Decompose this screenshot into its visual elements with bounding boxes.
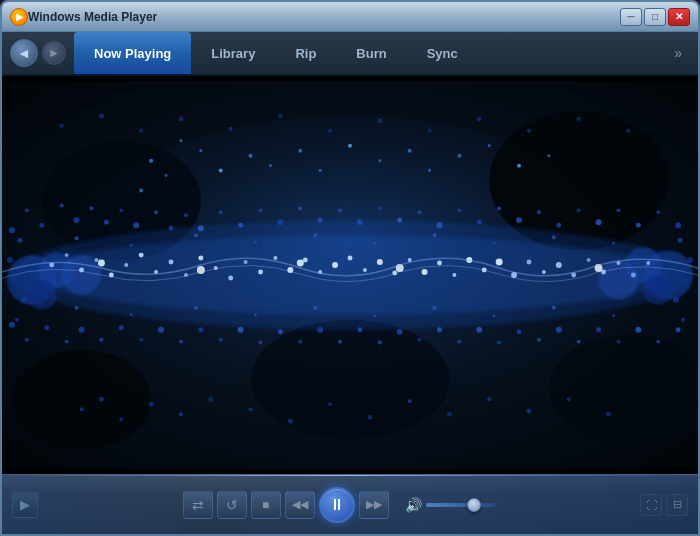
svg-point-109 bbox=[616, 208, 620, 212]
tab-now-playing[interactable]: Now Playing bbox=[74, 32, 191, 74]
svg-point-41 bbox=[139, 253, 144, 258]
svg-point-48 bbox=[244, 260, 248, 264]
svg-point-159 bbox=[99, 397, 104, 402]
svg-point-18 bbox=[165, 174, 168, 177]
svg-point-67 bbox=[526, 260, 531, 265]
back-button[interactable]: ◄ bbox=[10, 39, 38, 67]
svg-point-211 bbox=[552, 306, 556, 310]
minimize-button[interactable]: ─ bbox=[620, 8, 642, 26]
pause-button[interactable]: ⏸ bbox=[319, 487, 355, 523]
svg-point-83 bbox=[119, 208, 123, 212]
svg-point-176 bbox=[139, 129, 143, 133]
svg-point-160 bbox=[119, 417, 123, 421]
shuffle-button[interactable]: ⇄ bbox=[183, 491, 213, 519]
svg-point-40 bbox=[124, 263, 128, 267]
svg-point-212 bbox=[612, 314, 615, 317]
close-button[interactable]: ✕ bbox=[668, 8, 690, 26]
fullscreen-button[interactable]: ⛶ bbox=[640, 494, 662, 516]
svg-point-80 bbox=[74, 217, 80, 223]
svg-point-30 bbox=[428, 169, 431, 172]
svg-point-47 bbox=[228, 275, 233, 280]
volume-controls: 🔊 bbox=[405, 497, 496, 513]
svg-point-209 bbox=[433, 306, 437, 310]
svg-point-204 bbox=[130, 313, 133, 316]
svg-point-28 bbox=[378, 159, 381, 162]
play-all-button[interactable]: ▶ bbox=[12, 492, 38, 518]
svg-point-128 bbox=[298, 340, 302, 344]
svg-point-96 bbox=[357, 219, 363, 225]
svg-point-133 bbox=[397, 329, 403, 335]
svg-point-37 bbox=[79, 268, 84, 273]
tab-rip[interactable]: Rip bbox=[275, 32, 336, 74]
svg-point-68 bbox=[542, 270, 546, 274]
svg-point-49 bbox=[258, 270, 263, 275]
svg-point-184 bbox=[527, 129, 531, 133]
svg-point-20 bbox=[199, 149, 202, 152]
svg-point-180 bbox=[328, 129, 332, 133]
svg-point-132 bbox=[378, 341, 382, 345]
svg-point-152 bbox=[15, 318, 19, 322]
svg-point-85 bbox=[154, 210, 158, 214]
svg-point-60 bbox=[422, 269, 428, 275]
svg-point-77 bbox=[25, 208, 29, 212]
svg-point-129 bbox=[317, 327, 323, 333]
svg-point-92 bbox=[277, 219, 283, 225]
svg-point-103 bbox=[497, 206, 501, 210]
maximize-button[interactable]: □ bbox=[644, 8, 666, 26]
svg-point-31 bbox=[457, 154, 461, 158]
visualization-canvas bbox=[2, 76, 698, 474]
svg-point-199 bbox=[433, 233, 437, 237]
svg-point-146 bbox=[656, 340, 660, 344]
svg-point-166 bbox=[328, 402, 332, 406]
svg-point-201 bbox=[552, 235, 556, 239]
svg-point-27 bbox=[348, 144, 352, 148]
volume-slider[interactable] bbox=[426, 503, 496, 507]
app-logo: ▶ bbox=[10, 8, 28, 26]
svg-point-54 bbox=[332, 262, 338, 268]
svg-point-110 bbox=[636, 223, 641, 228]
svg-point-97 bbox=[378, 206, 382, 210]
mini-mode-button[interactable]: ⊟ bbox=[666, 494, 688, 516]
svg-point-186 bbox=[626, 129, 630, 133]
svg-point-81 bbox=[89, 206, 93, 210]
svg-point-136 bbox=[457, 340, 461, 344]
svg-point-119 bbox=[119, 325, 124, 330]
next-button[interactable]: ▶▶ bbox=[359, 491, 389, 519]
svg-point-130 bbox=[338, 340, 342, 344]
svg-point-145 bbox=[635, 327, 641, 333]
svg-point-95 bbox=[338, 208, 342, 212]
svg-point-99 bbox=[418, 210, 422, 214]
svg-point-175 bbox=[99, 113, 104, 118]
svg-point-154 bbox=[678, 238, 683, 243]
svg-point-177 bbox=[178, 116, 183, 121]
stop-button[interactable]: ■ bbox=[251, 491, 281, 519]
svg-point-170 bbox=[487, 397, 491, 401]
tab-sync[interactable]: Sync bbox=[407, 32, 478, 74]
svg-point-86 bbox=[169, 226, 174, 231]
tab-burn[interactable]: Burn bbox=[336, 32, 406, 74]
svg-point-178 bbox=[229, 127, 233, 131]
more-tabs-button[interactable]: » bbox=[666, 45, 690, 61]
svg-point-71 bbox=[587, 258, 591, 262]
svg-point-172 bbox=[567, 397, 571, 401]
svg-point-157 bbox=[681, 318, 685, 322]
svg-point-114 bbox=[25, 338, 29, 342]
repeat-button[interactable]: ↺ bbox=[217, 491, 247, 519]
tab-library[interactable]: Library bbox=[191, 32, 275, 74]
svg-point-131 bbox=[357, 327, 362, 332]
svg-point-55 bbox=[348, 256, 353, 261]
previous-button[interactable]: ◀◀ bbox=[285, 491, 315, 519]
svg-point-138 bbox=[497, 341, 501, 345]
svg-point-174 bbox=[60, 124, 64, 128]
svg-point-90 bbox=[238, 223, 243, 228]
forward-button[interactable]: ► bbox=[42, 41, 66, 65]
svg-point-43 bbox=[169, 260, 174, 265]
svg-point-185 bbox=[576, 116, 581, 121]
svg-point-24 bbox=[269, 164, 272, 167]
svg-point-94 bbox=[318, 218, 323, 223]
svg-point-189 bbox=[297, 260, 304, 267]
svg-point-91 bbox=[259, 208, 263, 212]
corner-controls: ⛶ ⊟ bbox=[640, 494, 688, 516]
svg-point-142 bbox=[577, 340, 581, 344]
svg-point-195 bbox=[194, 233, 198, 237]
